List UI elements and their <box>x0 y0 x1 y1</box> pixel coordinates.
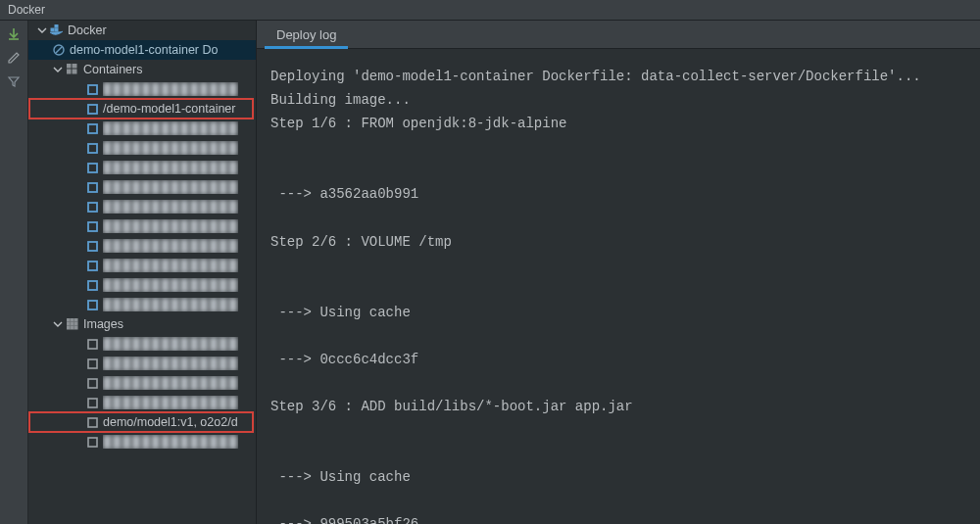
svg-rect-4 <box>67 64 71 68</box>
image-label: ██████████████ <box>103 357 238 370</box>
tab-deploy-log-label: Deploy log <box>276 27 336 42</box>
container-icon <box>85 278 99 292</box>
container-item[interactable]: ██████████████ <box>28 275 256 295</box>
svg-rect-0 <box>51 28 54 31</box>
container-icon <box>85 180 99 194</box>
container-label: ██████████████ <box>103 259 238 272</box>
chevron-down-icon[interactable] <box>52 318 64 330</box>
filter-icon[interactable] <box>6 73 22 89</box>
image-label: ██████████████ <box>103 337 238 351</box>
container-label: ██████████████ <box>103 200 238 214</box>
edit-icon[interactable] <box>6 50 22 66</box>
image-item[interactable]: ██████████████ <box>28 354 256 373</box>
container-item[interactable]: /demo-model1-container <box>28 99 256 119</box>
image-item[interactable]: ██████████████ <box>28 334 256 354</box>
svg-rect-6 <box>67 70 71 73</box>
svg-rect-19 <box>88 301 97 310</box>
image-item[interactable]: ██████████████ <box>28 373 256 393</box>
chevron-down-icon[interactable] <box>52 64 64 75</box>
image-icon <box>85 376 99 390</box>
tree-root-docker[interactable]: Docker <box>28 21 256 40</box>
svg-rect-15 <box>88 222 97 231</box>
container-icon <box>85 141 99 155</box>
container-item[interactable]: ██████████████ <box>28 119 256 138</box>
container-icon <box>85 200 99 214</box>
svg-rect-34 <box>88 438 97 447</box>
window-titlebar: Docker <box>0 0 980 21</box>
svg-rect-8 <box>88 85 97 94</box>
svg-rect-16 <box>88 242 97 251</box>
svg-rect-21 <box>71 318 74 321</box>
container-item[interactable]: ██████████████ <box>28 236 256 256</box>
container-label: ██████████████ <box>103 121 238 135</box>
svg-rect-23 <box>67 322 70 325</box>
tab-deploy-log[interactable]: Deploy log <box>265 21 348 48</box>
image-icon <box>85 396 99 409</box>
svg-rect-27 <box>71 326 74 329</box>
image-label: demo/model1:v1, o2o2/d <box>103 415 238 429</box>
svg-rect-25 <box>74 322 77 325</box>
container-item[interactable]: ██████████████ <box>28 197 256 216</box>
images-icon <box>66 317 79 331</box>
container-item[interactable]: ██████████████ <box>28 256 256 275</box>
container-item[interactable]: ██████████████ <box>28 138 256 158</box>
container-item[interactable]: ██████████████ <box>28 158 256 177</box>
svg-rect-10 <box>88 124 97 133</box>
svg-rect-7 <box>73 70 76 73</box>
container-icon <box>85 102 99 116</box>
svg-rect-2 <box>55 24 58 27</box>
svg-rect-30 <box>88 359 97 368</box>
container-item[interactable]: ██████████████ <box>28 216 256 236</box>
container-label: ██████████████ <box>103 239 238 253</box>
image-label: ██████████████ <box>103 396 238 409</box>
container-label: ██████████████ <box>103 278 238 292</box>
tool-gutter <box>0 21 28 524</box>
deploy-icon[interactable] <box>6 26 22 42</box>
images-label: Images <box>83 317 123 331</box>
container-label: ██████████████ <box>103 82 238 96</box>
window-title: Docker <box>8 3 45 17</box>
tree-images[interactable]: Images <box>28 314 256 334</box>
tree-containers[interactable]: Containers <box>28 60 256 79</box>
svg-rect-17 <box>88 262 97 270</box>
image-item[interactable]: ██████████████ <box>28 393 256 412</box>
svg-rect-18 <box>88 281 97 290</box>
container-item[interactable]: ██████████████ <box>28 79 256 99</box>
docker-tree[interactable]: Docker demo-model1-container Do Containe… <box>28 21 256 524</box>
svg-rect-29 <box>88 340 97 349</box>
container-icon <box>85 298 99 311</box>
svg-rect-22 <box>74 318 77 321</box>
container-label: /demo-model1-container <box>103 102 236 116</box>
container-icon <box>85 219 99 233</box>
svg-rect-1 <box>55 28 58 31</box>
image-item[interactable]: demo/model1:v1, o2o2/d <box>28 412 256 432</box>
container-icon <box>85 239 99 253</box>
svg-rect-31 <box>88 379 97 388</box>
container-item[interactable]: ██████████████ <box>28 177 256 197</box>
tree-selected-run[interactable]: demo-model1-container Do <box>28 40 256 60</box>
log-tabs: Deploy log <box>257 21 980 49</box>
image-icon <box>85 337 99 351</box>
image-icon <box>85 357 99 370</box>
svg-rect-13 <box>88 183 97 192</box>
container-item[interactable]: ██████████████ <box>28 295 256 314</box>
svg-rect-28 <box>74 326 77 329</box>
image-label: ██████████████ <box>103 435 238 449</box>
container-icon <box>85 121 99 135</box>
container-icon <box>85 259 99 272</box>
image-item[interactable]: ██████████████ <box>28 432 256 452</box>
container-label: ██████████████ <box>103 298 238 311</box>
deploy-log-output[interactable]: Deploying 'demo-model1-container Dockerf… <box>257 49 980 524</box>
svg-rect-24 <box>71 322 74 325</box>
svg-rect-26 <box>67 326 70 329</box>
chevron-down-icon[interactable] <box>36 24 48 36</box>
containers-label: Containers <box>83 63 142 76</box>
status-disabled-icon <box>52 43 66 57</box>
tree-root-label: Docker <box>68 24 107 37</box>
containers-icon <box>66 63 79 76</box>
selected-run-label: demo-model1-container Do <box>70 43 218 57</box>
svg-rect-12 <box>88 164 97 172</box>
container-label: ██████████████ <box>103 161 238 174</box>
svg-rect-32 <box>88 399 97 407</box>
svg-rect-11 <box>88 144 97 153</box>
